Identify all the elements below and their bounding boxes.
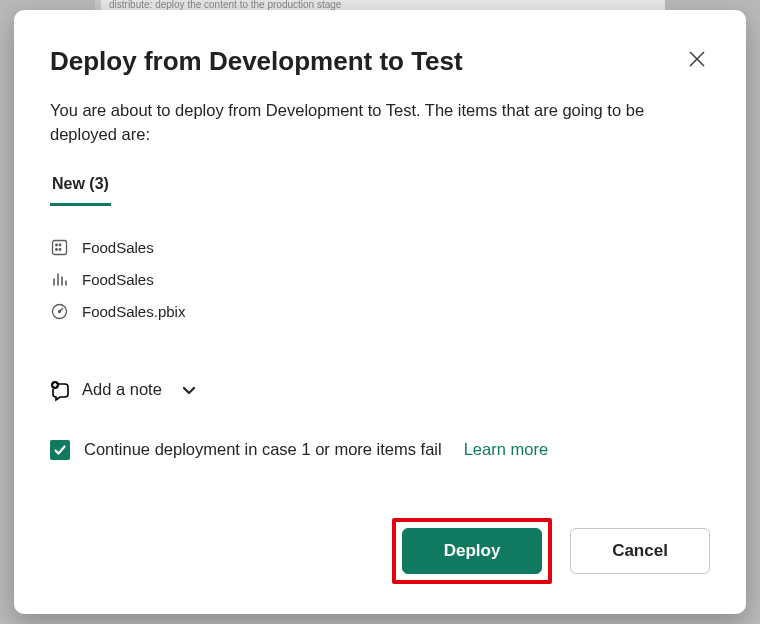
cancel-button[interactable]: Cancel [570,528,710,574]
list-item-label: FoodSales [82,239,154,256]
svg-rect-2 [52,241,66,255]
dialog-title: Deploy from Development to Test [50,46,463,77]
continue-on-fail-row: Continue deployment in case 1 or more it… [50,440,710,460]
continue-on-fail-label: Continue deployment in case 1 or more it… [84,440,442,459]
dialog-header: Deploy from Development to Test [50,46,710,77]
list-item: FoodSales [50,239,710,257]
deploy-highlight: Deploy [392,518,552,584]
close-icon [688,50,706,68]
chevron-down-icon [180,381,198,399]
deploy-item-list: FoodSales FoodSales FoodS [50,239,710,321]
dialog-description: You are about to deploy from Development… [50,99,710,147]
deploy-dialog: Deploy from Development to Test You are … [14,10,746,614]
check-icon [53,443,67,457]
svg-point-6 [59,249,61,251]
svg-point-4 [59,245,61,247]
continue-on-fail-checkbox[interactable] [50,440,70,460]
list-item: FoodSales [50,271,710,289]
deploy-button[interactable]: Deploy [402,528,542,574]
svg-point-12 [58,311,60,313]
list-item-label: FoodSales [82,271,154,288]
learn-more-link[interactable]: Learn more [464,440,548,459]
list-item-label: FoodSales.pbix [82,303,185,320]
tab-new[interactable]: New (3) [50,175,111,206]
add-note-toggle[interactable]: Add a note [50,380,198,400]
svg-point-3 [55,245,57,247]
dataset-icon [50,239,68,257]
svg-point-5 [55,249,57,251]
add-note-icon [50,380,70,400]
report-icon [50,271,68,289]
close-button[interactable] [684,46,710,72]
tab-list: New (3) [50,175,710,207]
gauge-icon [50,303,68,321]
list-item: FoodSales.pbix [50,303,710,321]
add-note-label: Add a note [82,380,162,399]
dialog-footer: Deploy Cancel [50,518,710,584]
